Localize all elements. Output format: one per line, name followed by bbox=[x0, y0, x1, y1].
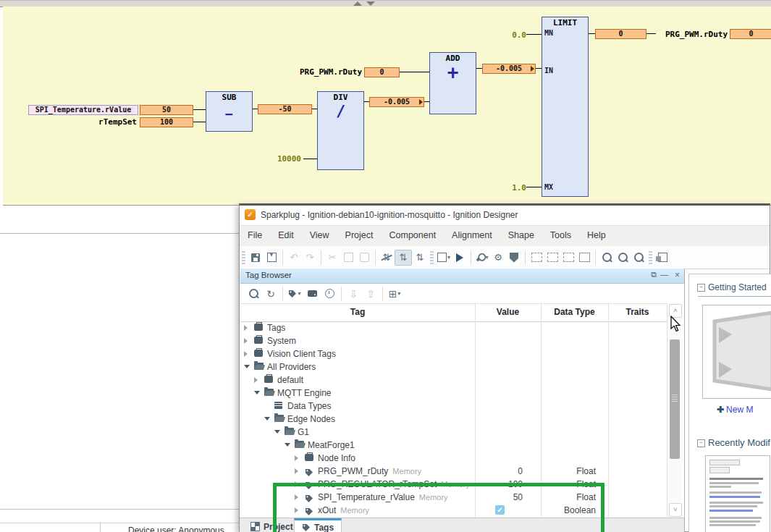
copy-button[interactable] bbox=[340, 250, 356, 265]
fbd-canvas[interactable]: SPI_Temperature.rValue 50 rTempSet 100 S… bbox=[3, 7, 771, 206]
recently-modified-thumbnail[interactable] bbox=[705, 455, 770, 532]
menu-tools[interactable]: Tools bbox=[542, 226, 579, 240]
panel-divider[interactable] bbox=[684, 269, 685, 532]
anchored-layout-button[interactable]: ⇅ bbox=[395, 250, 412, 266]
redo-button[interactable]: ↷ bbox=[302, 250, 318, 265]
tag-history-button[interactable] bbox=[321, 287, 338, 301]
tag-refresh-button[interactable]: ↻ bbox=[262, 287, 279, 301]
tree-row-data-types[interactable]: Data Types bbox=[240, 400, 667, 413]
menu-project[interactable]: Project bbox=[337, 226, 382, 240]
no-layout-button[interactable]: ⇅ bbox=[379, 250, 395, 265]
align-left-button[interactable] bbox=[528, 250, 544, 265]
tag-label[interactable]: All Providers bbox=[267, 362, 316, 372]
collapse-icon[interactable]: − bbox=[697, 284, 705, 292]
main-toolbar[interactable]: ↶ ↷ ✂ ⇅ ⇅ ⇅ ▾ ▾ ⚙ bbox=[240, 246, 770, 269]
tag-label[interactable]: G1 bbox=[298, 427, 309, 437]
zoom-reset-button[interactable] bbox=[631, 250, 646, 265]
ignition-designer-window[interactable]: ✓ Sparkplug - Ignition-debian10-ignition… bbox=[239, 203, 770, 532]
save-all-button[interactable] bbox=[264, 250, 279, 265]
tag-label[interactable]: Tags bbox=[267, 323, 285, 333]
tag-tree-scrollbar[interactable]: ˄ ˅ bbox=[667, 303, 683, 518]
tools-button[interactable]: ▾ bbox=[474, 250, 490, 265]
tree-row-prg-pwm-rduty[interactable]: PRG_PWM_rDutyMemory0Float bbox=[240, 465, 667, 478]
column-header-datatype[interactable]: Data Type bbox=[541, 307, 608, 317]
menu-help[interactable]: Help bbox=[579, 226, 614, 240]
fbd-value-add-out[interactable]: -0.005 bbox=[482, 64, 536, 74]
edit-settings-button[interactable]: ⚙ bbox=[490, 250, 506, 265]
fbd-const-10000[interactable]: 10000 bbox=[264, 154, 301, 164]
chevron-down-icon[interactable] bbox=[274, 430, 280, 434]
menu-shape[interactable]: Shape bbox=[500, 226, 542, 240]
tree-row-node-info[interactable]: Node Info bbox=[240, 452, 667, 465]
chevron-down-icon[interactable] bbox=[264, 417, 270, 421]
minimize-panel-icon[interactable]: — bbox=[660, 270, 668, 279]
menu-alignment[interactable]: Alignment bbox=[444, 226, 500, 240]
chevron-right-icon[interactable] bbox=[244, 338, 248, 344]
tag-label[interactable]: MeatForge1 bbox=[308, 440, 355, 450]
chevron-down-icon[interactable] bbox=[285, 443, 290, 447]
close-panel-icon[interactable]: × bbox=[675, 270, 680, 280]
udt-button[interactable] bbox=[303, 287, 321, 301]
undo-button[interactable]: ↶ bbox=[286, 250, 302, 265]
align-stretch-button[interactable] bbox=[576, 250, 592, 265]
toolbar-grip[interactable] bbox=[242, 251, 245, 264]
tag-label[interactable]: Data Types bbox=[287, 401, 331, 411]
tag-label[interactable]: Node Info bbox=[318, 453, 355, 463]
tag-label[interactable]: PRG_PWM_rDutyMemory bbox=[318, 466, 421, 476]
tag-label[interactable]: default bbox=[277, 375, 303, 385]
fbd-const-max[interactable]: 1.0 bbox=[507, 183, 526, 193]
relative-layout-button[interactable]: ⇅ bbox=[412, 250, 428, 265]
tree-row-g1[interactable]: G1 bbox=[240, 426, 667, 439]
tag-label[interactable]: Edge Nodes bbox=[287, 414, 335, 424]
fbd-block-add[interactable]: ADD + bbox=[429, 52, 476, 114]
tree-row-edge-nodes[interactable]: Edge Nodes bbox=[240, 413, 667, 426]
chevron-right-icon[interactable] bbox=[244, 325, 248, 331]
scrollbar-thumb[interactable] bbox=[670, 339, 680, 459]
tag-search-button[interactable] bbox=[245, 287, 262, 301]
menu-file[interactable]: File bbox=[240, 226, 270, 240]
fbd-const-min[interactable]: 0.0 bbox=[507, 30, 526, 40]
menu-edit[interactable]: Edit bbox=[270, 226, 302, 240]
edit-columns-button[interactable]: ⊞▾ bbox=[386, 287, 403, 301]
import-tags-button[interactable]: ⇩ bbox=[345, 287, 362, 301]
tree-row-default[interactable]: default bbox=[240, 373, 667, 387]
tree-row-mqtt-engine[interactable]: MQTT Engine bbox=[240, 387, 667, 400]
export-tags-button[interactable]: ⇧ bbox=[362, 287, 379, 301]
cut-button[interactable]: ✂ bbox=[324, 250, 340, 265]
new-tag-button[interactable]: ▾ bbox=[286, 287, 303, 301]
align-center-button[interactable] bbox=[544, 250, 560, 265]
column-header-tag[interactable]: Tag bbox=[240, 307, 475, 317]
fbd-value-limit-out[interactable]: 0 bbox=[595, 29, 646, 39]
fbd-operand-out[interactable]: PRG_PWM.rDuty bbox=[657, 30, 728, 39]
fbd-value-sub-out[interactable]: -50 bbox=[258, 104, 312, 114]
chevron-right-icon[interactable] bbox=[254, 377, 258, 383]
chevron-down-icon[interactable] bbox=[244, 365, 250, 368]
fbd-value-pwm[interactable]: 0 bbox=[364, 67, 400, 77]
toolbar-grip[interactable] bbox=[430, 251, 434, 264]
tag-grid-header[interactable]: Tag Value Data Type Traits bbox=[240, 303, 667, 322]
save-button[interactable] bbox=[248, 250, 264, 265]
tree-row-vision-client-tags[interactable]: Vision Client Tags bbox=[240, 347, 667, 360]
menubar[interactable]: FileEditViewProjectComponentAlignmentSha… bbox=[240, 225, 770, 247]
column-header-traits[interactable]: Traits bbox=[608, 307, 667, 317]
fbd-operand-setpoint[interactable]: rTempSet bbox=[28, 117, 137, 127]
fbd-block-limit[interactable]: LIMIT MN IN MX bbox=[542, 17, 589, 197]
fbd-value-setpoint[interactable]: 100 bbox=[140, 117, 193, 127]
tag-browser-toolbar[interactable]: ↻ ▾ ⇩ ⇧ ⊞▾ bbox=[240, 284, 684, 303]
fbd-block-div[interactable]: DIV / bbox=[317, 91, 364, 170]
chevron-right-icon[interactable] bbox=[295, 468, 298, 474]
tag-browser-titlebar[interactable]: Tag Browser ⧉ — × bbox=[240, 269, 684, 284]
chevron-right-icon[interactable] bbox=[244, 351, 248, 357]
fbd-value-div-out[interactable]: -0.005 bbox=[369, 97, 424, 107]
menu-component[interactable]: Component bbox=[381, 226, 444, 240]
tag-label[interactable]: Vision Client Tags bbox=[267, 349, 336, 359]
fbd-operand-input[interactable]: SPI_Temperature.rValue bbox=[28, 105, 138, 115]
tag-label[interactable]: MQTT Engine bbox=[277, 388, 331, 398]
tag-value[interactable]: 0 bbox=[474, 466, 523, 476]
scroll-down-icon[interactable]: ˅ bbox=[669, 503, 682, 517]
security-button[interactable] bbox=[506, 250, 522, 265]
tree-row-all-providers[interactable]: All Providers bbox=[240, 360, 667, 373]
tree-row-tags[interactable]: Tags bbox=[240, 321, 667, 334]
selection-tool-button[interactable]: ▾ bbox=[436, 250, 452, 265]
chevron-right-icon[interactable] bbox=[295, 455, 298, 461]
